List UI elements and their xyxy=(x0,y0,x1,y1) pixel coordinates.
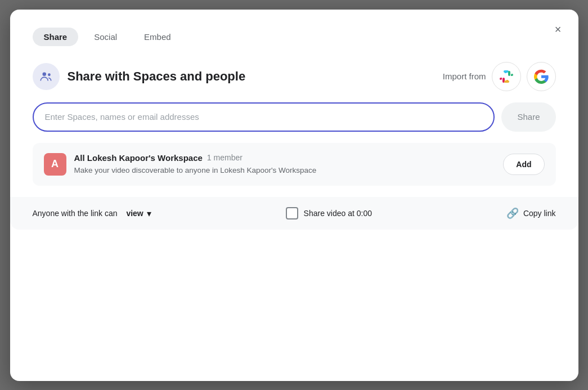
workspace-members: 1 member xyxy=(207,153,243,162)
import-slack-button[interactable] xyxy=(492,62,521,91)
svg-point-1 xyxy=(48,73,51,76)
share-title: Share with Spaces and people xyxy=(68,69,246,84)
link-permission-value: view xyxy=(126,209,143,218)
share-icon-wrapper xyxy=(33,63,60,90)
search-input[interactable] xyxy=(33,102,495,132)
modal-overlay: × Share Social Embed Share with xyxy=(0,0,588,390)
link-prefix-text: Anyone with the link can xyxy=(33,209,118,218)
slack-icon xyxy=(497,68,515,86)
timestamp-label: Share video at 0:00 xyxy=(304,209,372,218)
workspace-name-row: All Lokesh Kapoor's Workspace 1 member xyxy=(74,153,317,163)
chevron-down-icon: ▾ xyxy=(147,208,151,219)
tab-share[interactable]: Share xyxy=(33,28,79,46)
share-action-button[interactable]: Share xyxy=(501,102,555,132)
svg-point-0 xyxy=(42,72,46,76)
spaces-people-icon xyxy=(39,69,53,84)
import-google-button[interactable] xyxy=(527,62,556,91)
tab-bar: Share Social Embed xyxy=(33,28,556,46)
copy-link-button[interactable]: 🔗 Copy link xyxy=(506,207,556,219)
add-workspace-button[interactable]: Add xyxy=(503,154,544,175)
workspace-name: All Lokesh Kapoor's Workspace xyxy=(74,153,203,163)
workspace-avatar: A xyxy=(44,153,66,176)
link-permission-control[interactable]: Anyone with the link can view ▾ xyxy=(33,208,151,219)
search-row: Share xyxy=(33,102,556,132)
import-label: Import from xyxy=(443,71,486,81)
tab-social[interactable]: Social xyxy=(83,28,128,46)
share-modal: × Share Social Embed Share with xyxy=(10,10,578,381)
workspace-info: All Lokesh Kapoor's Workspace 1 member M… xyxy=(74,153,317,176)
share-title-group: Share with Spaces and people xyxy=(33,63,246,90)
workspace-description: Make your video discoverable to anyone i… xyxy=(74,165,317,176)
share-header: Share with Spaces and people Import from xyxy=(33,62,556,91)
close-icon: × xyxy=(555,23,562,36)
timestamp-checkbox[interactable] xyxy=(286,207,298,219)
modal-footer: Anyone with the link can view ▾ Share vi… xyxy=(10,197,578,230)
google-icon xyxy=(533,68,550,85)
link-icon: 🔗 xyxy=(506,207,519,219)
workspace-left: A All Lokesh Kapoor's Workspace 1 member… xyxy=(44,153,317,176)
import-group: Import from xyxy=(443,62,556,91)
copy-link-label: Copy link xyxy=(523,209,556,218)
close-button[interactable]: × xyxy=(548,20,568,40)
workspace-card: A All Lokesh Kapoor's Workspace 1 member… xyxy=(33,143,556,186)
tab-embed[interactable]: Embed xyxy=(133,28,182,46)
timestamp-control: Share video at 0:00 xyxy=(286,207,372,219)
